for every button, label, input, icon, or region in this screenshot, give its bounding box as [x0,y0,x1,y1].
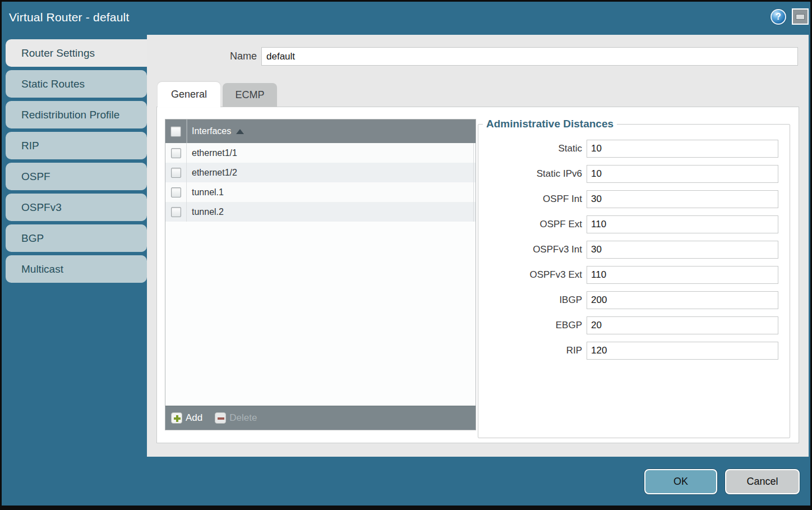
form-row: OSPFv3 Int [478,241,790,259]
titlebar: Virtual Router - default ? [2,2,810,35]
tab-general[interactable]: General [158,82,220,107]
ebgp-label: EBGP [478,320,587,331]
sort-ascending-icon [236,129,244,134]
ospfv3-ext-input[interactable] [587,266,778,284]
interfaces-toolbar: Add Delete [165,406,476,430]
form-row: OSPF Ext [478,215,790,233]
row-checkbox[interactable] [171,148,181,158]
row-checkbox-cell [165,202,187,222]
select-all-checkbox[interactable] [170,126,181,137]
interfaces-table: Interfaces ethernet1/1 ethernet1/2 tunne… [165,119,476,430]
ospfv3-int-input[interactable] [587,241,778,259]
row-checkbox-cell [165,163,187,182]
form-row: Static [478,140,790,158]
interface-name: ethernet1/1 [192,148,237,158]
ospf-int-input[interactable] [587,190,778,208]
interfaces-rows: ethernet1/1 ethernet1/2 tunnel.1 tunnel.… [165,143,476,406]
interface-name: ethernet1/2 [192,168,237,178]
sidebar-item-router-settings[interactable]: Router Settings [6,39,147,67]
delete-button[interactable]: Delete [215,412,257,424]
ospf-int-label: OSPF Int [478,194,587,205]
sidebar-item-rip[interactable]: RIP [6,132,147,159]
interface-name: tunnel.2 [192,207,224,217]
ospfv3-int-label: OSPFv3 Int [478,244,587,255]
sidebar-item-ospf[interactable]: OSPF [6,163,147,190]
form-row: EBGP [478,316,790,334]
sidebar-item-multicast[interactable]: Multicast [6,255,147,283]
administrative-distances-fieldset: Administrative Distances Static Static I… [478,118,790,438]
row-checkbox[interactable] [171,207,181,217]
static-ipv6-label: Static IPv6 [478,168,587,180]
delete-icon [215,412,226,424]
main-panel: Name General ECMP Interfaces ethernet1/1 [147,35,809,457]
ibgp-label: IBGP [478,295,587,306]
sidebar-item-static-routes[interactable]: Static Routes [6,70,147,98]
name-label: Name [147,47,257,66]
name-input[interactable] [261,47,798,66]
help-icon[interactable]: ? [771,9,786,25]
general-tab-content: Interfaces ethernet1/1 ethernet1/2 tunne… [156,107,799,443]
row-checkbox-cell [165,182,187,202]
ospf-ext-label: OSPF Ext [478,219,587,230]
interfaces-column-header[interactable]: Interfaces [165,120,476,143]
static-ipv6-input[interactable] [587,165,778,183]
interfaces-column-label: Interfaces [192,126,231,136]
virtual-router-dialog: Virtual Router - default ? Router Settin… [0,0,812,510]
table-row[interactable]: tunnel.2 [165,202,476,222]
form-row: OSPFv3 Ext [478,266,790,284]
ibgp-input[interactable] [587,291,778,309]
add-button-label: Add [186,412,202,424]
rip-input[interactable] [587,342,778,360]
add-icon [171,412,182,424]
minimize-window-icon[interactable] [792,8,809,25]
add-button[interactable]: Add [171,412,202,424]
minimize-window-glyph [796,14,805,20]
administrative-distances-form: Static Static IPv6 OSPF Int OSPF Ext [478,130,790,360]
tab-ecmp[interactable]: ECMP [223,83,277,107]
rip-label: RIP [478,345,587,356]
delete-button-label: Delete [229,412,257,424]
sidebar-item-redistribution-profile[interactable]: Redistribution Profile [6,101,147,128]
ebgp-input[interactable] [587,316,778,334]
sidebar-item-ospfv3[interactable]: OSPFv3 [6,194,147,221]
sidebar-item-bgp[interactable]: BGP [6,224,147,252]
ok-button[interactable]: OK [644,469,717,494]
select-all-cell [165,120,187,143]
table-row[interactable]: tunnel.1 [165,182,476,202]
row-checkbox[interactable] [171,187,181,197]
form-row: IBGP [478,291,790,309]
administrative-distances-legend: Administrative Distances [483,118,617,130]
ospfv3-ext-label: OSPFv3 Ext [478,269,587,281]
dialog-title: Virtual Router - default [9,11,130,24]
table-row[interactable]: ethernet1/2 [165,163,476,182]
row-checkbox-cell [165,143,187,163]
interface-name: tunnel.1 [192,187,224,197]
table-row[interactable]: ethernet1/1 [165,143,476,163]
sidebar: Router Settings Static Routes Redistribu… [6,39,147,286]
form-row: Static IPv6 [478,165,790,183]
form-row: OSPF Int [478,190,790,208]
form-row: RIP [478,342,790,360]
static-label: Static [478,143,587,154]
ospf-ext-input[interactable] [587,215,778,233]
row-checkbox[interactable] [171,168,181,178]
static-input[interactable] [587,140,778,158]
cancel-button[interactable]: Cancel [725,469,800,494]
